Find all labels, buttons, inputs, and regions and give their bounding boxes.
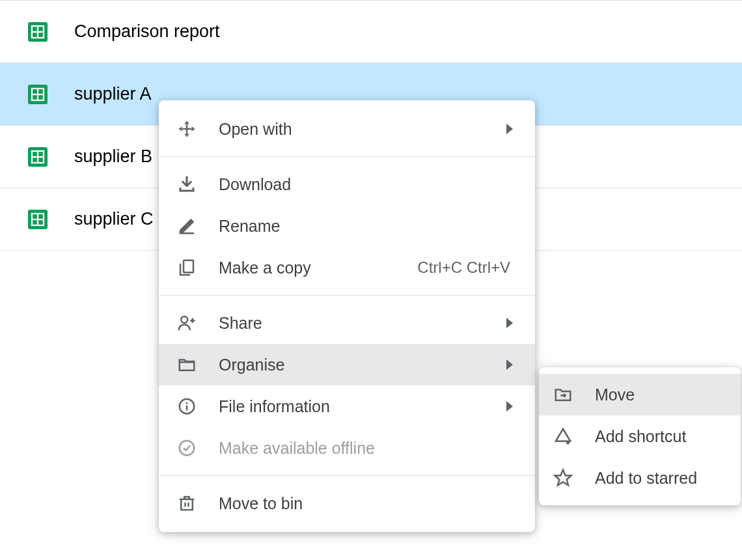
menu-label: Make a copy bbox=[219, 259, 395, 277]
svg-point-28 bbox=[180, 441, 195, 456]
menu-share[interactable]: Share bbox=[159, 302, 535, 344]
bin-icon bbox=[177, 494, 197, 513]
svg-point-26 bbox=[186, 402, 188, 404]
rename-icon bbox=[177, 216, 197, 236]
svg-marker-16 bbox=[184, 121, 189, 124]
chevron-right-icon bbox=[506, 401, 513, 412]
menu-download[interactable]: Download bbox=[159, 163, 535, 205]
sheets-icon bbox=[26, 145, 49, 169]
svg-point-22 bbox=[181, 316, 187, 323]
menu-divider bbox=[159, 156, 535, 157]
menu-label: Rename bbox=[219, 217, 517, 236]
svg-marker-17 bbox=[184, 134, 189, 137]
menu-divider bbox=[159, 475, 535, 476]
share-icon bbox=[177, 313, 197, 333]
move-icon bbox=[553, 385, 573, 404]
offline-icon bbox=[177, 438, 197, 458]
chevron-right-icon bbox=[506, 124, 513, 134]
sheets-icon bbox=[26, 20, 49, 44]
info-icon bbox=[177, 397, 197, 416]
folder-icon bbox=[177, 355, 197, 374]
svg-rect-21 bbox=[184, 260, 193, 273]
menu-make-available-offline: Make available offline bbox=[159, 427, 535, 469]
menu-label: Move bbox=[595, 385, 726, 404]
menu-label: Add shortcut bbox=[595, 427, 726, 446]
menu-open-with[interactable]: Open with bbox=[159, 108, 535, 150]
file-row[interactable]: Comparison report bbox=[0, 1, 742, 63]
menu-label: Download bbox=[219, 175, 517, 194]
submenu-add-to-starred[interactable]: Add to starred bbox=[539, 457, 741, 499]
add-shortcut-icon bbox=[553, 427, 573, 446]
menu-label: Move to bin bbox=[219, 494, 517, 513]
chevron-right-icon bbox=[506, 318, 513, 328]
file-name: supplier C bbox=[74, 209, 154, 229]
copy-icon bbox=[177, 258, 197, 277]
svg-marker-18 bbox=[179, 126, 182, 132]
menu-label: Share bbox=[219, 314, 484, 333]
sheets-icon bbox=[26, 83, 49, 106]
open-with-icon bbox=[177, 119, 197, 139]
file-name: supplier B bbox=[74, 147, 152, 167]
menu-move-to-bin[interactable]: Move to bin bbox=[159, 483, 535, 524]
context-menu: Open with Download Rename Make a copy Ct… bbox=[159, 100, 535, 532]
menu-file-information[interactable]: File information bbox=[159, 385, 535, 427]
download-icon bbox=[177, 175, 197, 194]
sheets-icon bbox=[26, 208, 49, 231]
menu-label: Add to starred bbox=[595, 469, 726, 488]
submenu-add-shortcut[interactable]: Add shortcut bbox=[539, 415, 741, 457]
menu-label: File information bbox=[219, 397, 484, 416]
menu-organise[interactable]: Organise bbox=[159, 344, 535, 385]
menu-make-copy[interactable]: Make a copy Ctrl+C Ctrl+V bbox=[159, 247, 535, 288]
star-icon bbox=[553, 468, 573, 488]
submenu-move[interactable]: Move bbox=[539, 374, 741, 415]
submenu-organise: Move Add shortcut Add to starred bbox=[539, 367, 741, 505]
chevron-right-icon bbox=[506, 359, 513, 370]
menu-rename[interactable]: Rename bbox=[159, 205, 535, 247]
file-name: Comparison report bbox=[74, 21, 220, 42]
menu-divider bbox=[159, 295, 535, 296]
menu-label: Organise bbox=[219, 356, 484, 374]
menu-label: Open with bbox=[219, 120, 484, 139]
menu-label: Make available offline bbox=[219, 439, 517, 458]
file-name: supplier A bbox=[74, 84, 152, 104]
svg-marker-19 bbox=[192, 126, 195, 132]
menu-shortcut: Ctrl+C Ctrl+V bbox=[417, 259, 510, 277]
